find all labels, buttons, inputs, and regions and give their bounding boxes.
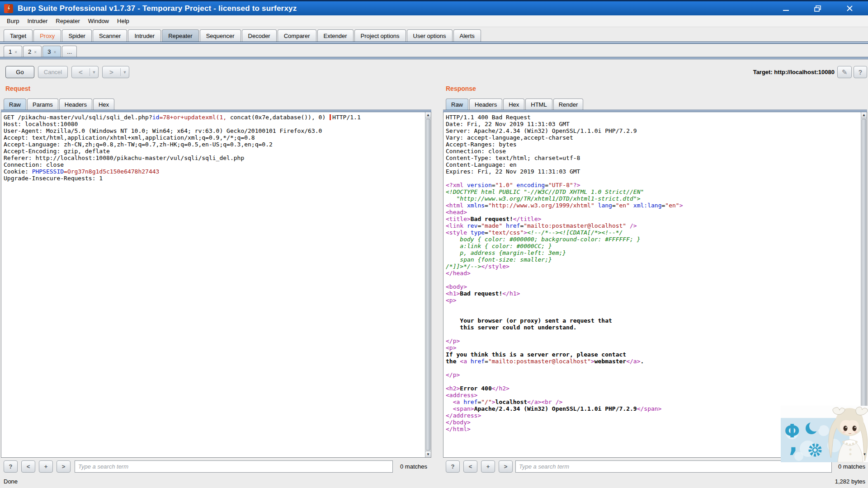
scroll-up-icon[interactable]: ▲ <box>425 112 431 118</box>
response-match-count: 0 matches <box>829 463 865 470</box>
code-segment: Error 400 <box>460 385 491 392</box>
response-tab-hex[interactable]: Hex <box>503 99 524 110</box>
code-line <box>446 175 859 182</box>
menu-burp[interactable]: Burp <box>3 16 23 26</box>
response-tab-render[interactable]: Render <box>553 99 584 110</box>
tab-target[interactable]: Target <box>4 29 33 42</box>
repeater-tab-1[interactable]: 1× <box>4 46 22 57</box>
next-request-button[interactable]: > ▼ <box>102 66 129 78</box>
repeater-tab-label: 1 <box>9 48 12 55</box>
menu-intruder[interactable]: Intruder <box>23 16 52 26</box>
request-tab-hex[interactable]: Hex <box>93 99 114 110</box>
code-segment: GET /pikachu-master/vul/sqli/sqli_del.ph… <box>4 114 152 121</box>
chevron-down-icon[interactable]: ▼ <box>121 70 129 75</box>
tab-alerts[interactable]: Alerts <box>453 29 481 42</box>
search-next-icon[interactable]: > <box>57 460 71 473</box>
menu-window[interactable]: Window <box>84 16 113 26</box>
scrollbar-thumb[interactable] <box>862 119 866 450</box>
code-segment: version <box>467 182 492 188</box>
code-segment <box>630 202 633 209</box>
close-tab-icon[interactable]: × <box>53 50 56 55</box>
tab-scanner[interactable]: Scanner <box>93 29 127 42</box>
code-line: Content-Language: en <box>446 161 859 168</box>
tab-separator <box>0 57 868 59</box>
code-segment: /*]]>*/--> <box>446 263 481 270</box>
response-tab-raw[interactable]: Raw <box>446 99 468 110</box>
help-icon[interactable]: ? <box>854 66 867 78</box>
code-segment: <span> <box>453 405 474 412</box>
code-segment: "http://www.w3.org/1999/xhtml" <box>488 202 594 209</box>
code-segment: "en" <box>616 202 630 209</box>
search-next-icon[interactable]: > <box>499 460 513 473</box>
code-segment: = <box>545 182 548 188</box>
code-line: "http://www.w3.org/TR/xhtml1/DTD/xhtml1-… <box>446 195 859 202</box>
code-segment: <a <box>460 358 470 365</box>
code-line: <body> <box>446 283 859 290</box>
go-button[interactable]: Go <box>5 66 34 78</box>
tab-repeater[interactable]: Repeater <box>162 29 198 42</box>
search-add-icon[interactable]: + <box>481 460 495 473</box>
tab-proxy[interactable]: Proxy <box>33 29 61 42</box>
close-tab-icon[interactable]: × <box>14 50 17 55</box>
repeater-tab-[interactable]: ... <box>62 46 77 57</box>
chevron-left-icon: < <box>72 68 90 76</box>
cancel-button[interactable]: Cancel <box>38 66 68 78</box>
code-segment: </a> <box>527 399 541 405</box>
search-prev-icon[interactable]: < <box>463 460 477 473</box>
restore-icon[interactable] <box>811 4 825 14</box>
search-add-icon[interactable]: + <box>39 460 53 473</box>
response-tab-html[interactable]: HTML <box>525 99 552 110</box>
tab-comparer[interactable]: Comparer <box>278 29 316 42</box>
menu-repeater[interactable]: Repeater <box>52 16 84 26</box>
menu-help[interactable]: Help <box>113 16 133 26</box>
edit-target-icon[interactable]: ✎ <box>837 66 852 78</box>
code-line: Accept: text/html,application/xhtml+xml,… <box>4 134 424 141</box>
code-line: <h2>Error 400</h2> <box>446 385 859 392</box>
minimize-icon[interactable] <box>779 4 793 14</box>
search-prev-icon[interactable]: < <box>21 460 35 473</box>
code-segment: concat(0x7e,database()), 0) <box>226 114 329 121</box>
chevron-down-icon[interactable]: ▼ <box>90 70 98 75</box>
scroll-up-icon[interactable]: ▲ <box>861 112 867 118</box>
request-search-input[interactable] <box>75 460 393 473</box>
tab-extender[interactable]: Extender <box>317 29 354 42</box>
request-tab-params[interactable]: Params <box>27 99 58 110</box>
code-line: Vary: accept-language,accept-charset <box>446 134 859 141</box>
repeater-tab-3[interactable]: 3× <box>42 46 61 57</box>
response-tab-headers[interactable]: Headers <box>469 99 502 110</box>
tab-spider[interactable]: Spider <box>62 29 92 42</box>
repeater-tab-2[interactable]: 2× <box>23 46 42 57</box>
close-tab-icon[interactable]: × <box>34 50 37 55</box>
request-editor[interactable]: GET /pikachu-master/vul/sqli/sqli_del.ph… <box>1 112 431 458</box>
tab-user-options[interactable]: User options <box>407 29 453 42</box>
request-scrollbar[interactable]: ▲ ▼ <box>425 112 431 457</box>
code-line: <a href="/">localhost</a><br /> <box>446 399 859 405</box>
burp-app-icon <box>4 4 14 14</box>
tab-intruder[interactable]: Intruder <box>128 29 161 42</box>
response-search-input[interactable] <box>515 460 832 473</box>
scrollbar-thumb[interactable] <box>426 119 430 450</box>
code-segment: /> <box>626 222 637 229</box>
request-tab-headers[interactable]: Headers <box>59 99 92 110</box>
request-tab-raw[interactable]: Raw <box>4 99 26 110</box>
code-segment: =78+or+updatexml(1, <box>159 114 226 121</box>
close-icon[interactable] <box>843 4 856 14</box>
tab-project-options[interactable]: Project options <box>354 29 406 42</box>
code-line: the <a href="mailto:postmaster@localhost… <box>446 358 859 365</box>
code-segment: PHPSESSID <box>32 168 64 175</box>
code-segment: href <box>463 399 477 405</box>
tab-decoder[interactable]: Decoder <box>242 29 277 42</box>
code-segment: </h2> <box>492 385 509 392</box>
code-line: /*]]>*/--></style> <box>446 263 859 270</box>
anime-watermark-image: Φ , <box>781 406 868 462</box>
scroll-down-icon[interactable]: ▼ <box>862 451 868 457</box>
previous-request-button[interactable]: < ▼ <box>71 66 99 78</box>
tab-sequencer[interactable]: Sequencer <box>200 29 241 42</box>
code-line: Your browser (or proxy) sent a request t… <box>446 317 859 324</box>
code-line: Accept-Language: zh-CN,zh;q=0.8,zh-TW;q=… <box>4 141 424 148</box>
request-match-count: 0 matches <box>393 463 427 470</box>
search-help-icon[interactable]: ? <box>4 460 18 473</box>
search-help-icon[interactable]: ? <box>446 460 460 473</box>
response-panel-title: Response <box>446 85 476 92</box>
scroll-down-icon[interactable]: ▼ <box>425 451 431 457</box>
